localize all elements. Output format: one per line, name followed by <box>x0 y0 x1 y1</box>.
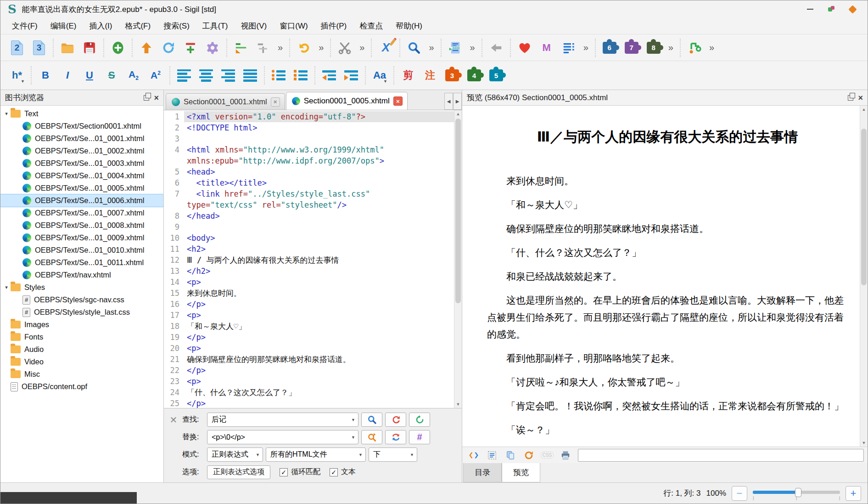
close-panel-icon[interactable]: × <box>154 94 159 102</box>
add-existing-file-button[interactable] <box>109 39 127 57</box>
window-minimize-button[interactable] <box>800 2 821 16</box>
subscript-button[interactable]: A2 <box>124 66 143 85</box>
find-next-button[interactable] <box>361 413 382 427</box>
tree-item-oebps-text-se-01-0006-xhtml[interactable]: OEBPS/Text/Se...01_0006.xhtml <box>0 194 163 207</box>
dock-tab-预览[interactable]: 预览 <box>502 463 540 482</box>
overflow-chevron-icon[interactable]: » <box>358 42 366 53</box>
menu-item-help[interactable]: 帮助(H) <box>390 18 428 34</box>
overflow-chevron-icon[interactable]: » <box>707 42 716 53</box>
open-file-button[interactable] <box>58 39 77 57</box>
tree-item-video[interactable]: Video <box>0 356 163 368</box>
text-checkbox[interactable]: ✓ 文本 <box>330 467 356 477</box>
expand-arrow-icon[interactable]: ▾ <box>3 284 10 290</box>
count-all-button[interactable] <box>409 413 430 427</box>
overflow-chevron-icon[interactable]: » <box>582 42 590 53</box>
cut-button[interactable] <box>336 39 354 57</box>
scroll-thumb[interactable] <box>455 119 461 303</box>
scroll-down-icon[interactable]: ▼ <box>454 401 462 408</box>
search-direction-select[interactable]: 下 ▼ <box>369 447 417 462</box>
insert-split-marker-button[interactable] <box>254 39 272 57</box>
bold-button[interactable]: B <box>36 66 55 85</box>
plugin-5-button[interactable]: 5 <box>487 66 505 85</box>
replace-input[interactable]: <p>\0</p> ▼ <box>207 430 358 444</box>
mark-selection-button[interactable] <box>446 39 465 57</box>
print-icon[interactable] <box>560 449 571 461</box>
scroll-up-icon[interactable]: ▲ <box>860 106 868 113</box>
tree-item-misc[interactable]: Misc <box>0 368 163 380</box>
plugin-3-button[interactable]: 3 <box>443 66 461 85</box>
preview-scrollbar[interactable]: ▲ ▼ <box>860 106 868 447</box>
underline-button[interactable]: U <box>80 66 99 85</box>
menu-item-window[interactable]: 窗口(W) <box>274 18 314 34</box>
zoom-in-button[interactable]: + <box>846 486 861 501</box>
insert-special-button[interactable] <box>181 39 200 57</box>
plugin-m-button[interactable]: M <box>538 39 556 57</box>
count-occurrences-button[interactable]: # <box>409 430 430 444</box>
editor-tab-0[interactable]: Section0001_0001.xhtml× <box>166 93 285 110</box>
favorite-plugin-button[interactable] <box>515 39 534 57</box>
scroll-thumb[interactable] <box>861 129 867 285</box>
metadata-list-button[interactable] <box>560 39 578 57</box>
tree-item-oebps-text-se-01-0011-xhtml[interactable]: OEBPS/Text/Se...01_0011.xhtml <box>0 256 163 269</box>
align-center-button[interactable] <box>197 66 215 85</box>
menu-item-file[interactable]: 文件(F) <box>6 18 44 34</box>
select-all-icon[interactable] <box>486 449 498 461</box>
overflow-chevron-icon[interactable]: » <box>427 42 436 53</box>
overflow-chevron-icon[interactable]: » <box>666 42 675 53</box>
new-epub3-button[interactable]: 3 <box>30 39 48 57</box>
replace-current-button[interactable] <box>385 413 406 427</box>
float-panel-icon[interactable] <box>848 95 853 101</box>
replace-all-button[interactable] <box>385 430 406 444</box>
tree-item-oebps-styles-sgc-nav-css[interactable]: #OEBPS/Styles/sgc-nav.css <box>0 294 163 306</box>
menu-item-search[interactable]: 搜索(S) <box>157 18 196 34</box>
find-close-button[interactable]: ✕ <box>168 414 179 425</box>
search-mode-select[interactable]: 正则表达式 ▼ <box>207 447 263 462</box>
menu-item-tools[interactable]: 工具(T) <box>196 18 234 34</box>
tree-item-oebps-text-se-01-0010-xhtml[interactable]: OEBPS/Text/Se...01_0010.xhtml <box>0 244 163 256</box>
close-panel-icon[interactable]: × <box>858 94 863 102</box>
tree-item-oebps-text-se-01-0008-xhtml[interactable]: OEBPS/Text/Se...01_0008.xhtml <box>0 219 163 232</box>
tree-item-oebps-text-se-01-0007-xhtml[interactable]: OEBPS/Text/Se...01_0007.xhtml <box>0 207 163 219</box>
tree-item-oebps-content-opf[interactable]: OEBPS/content.opf <box>0 380 163 393</box>
tree-item-oebps-text-se-01-0003-xhtml[interactable]: OEBPS/Text/Se...01_0003.xhtml <box>0 157 163 170</box>
overflow-chevron-icon[interactable]: » <box>317 42 325 53</box>
tree-item-styles[interactable]: ▾Styles <box>0 281 163 294</box>
tree-item-oebps-text-se-01-0001-xhtml[interactable]: OEBPS/Text/Se...01_0001.xhtml <box>0 132 163 145</box>
plugin-6-button[interactable]: 6 <box>600 39 619 57</box>
undo-button[interactable] <box>295 39 313 57</box>
spellcheck-button[interactable]: X <box>376 39 395 57</box>
inspect-code-icon[interactable] <box>468 449 480 461</box>
run-checkpoint-button[interactable] <box>685 39 704 57</box>
zoom-slider[interactable]: ||| <box>753 487 840 500</box>
upgrade-epub-button[interactable] <box>137 39 156 57</box>
tree-item-oebps-text-se-01-0002-xhtml[interactable]: OEBPS/Text/Se...01_0002.xhtml <box>0 145 163 157</box>
numbered-list-button[interactable] <box>291 66 310 85</box>
overflow-chevron-icon[interactable]: » <box>468 42 477 53</box>
code-scrollbar[interactable]: ▲ ▼ <box>454 110 462 408</box>
tree-item-oebps-text-section0001-xhtml[interactable]: OEBPS/Text/Section0001.xhtml <box>0 120 163 132</box>
tree-item-text[interactable]: ▾Text <box>0 108 163 120</box>
replace-find-button[interactable] <box>361 430 382 444</box>
overflow-chevron-icon[interactable]: » <box>276 42 285 53</box>
tab-scroll-left-icon[interactable]: ◀ <box>444 93 453 110</box>
float-panel-icon[interactable] <box>144 95 149 101</box>
tree-item-oebps-text-nav-xhtml[interactable]: OEBPS/Text/nav.xhtml <box>0 269 163 281</box>
tree-item-oebps-text-se-01-0005-xhtml[interactable]: OEBPS/Text/Se...01_0005.xhtml <box>0 182 163 194</box>
zoom-out-button[interactable]: − <box>732 486 747 501</box>
wrap-checkbox[interactable]: ✓ 循环匹配 <box>280 467 320 477</box>
find-replace-button[interactable] <box>405 39 423 57</box>
refresh-preview-icon[interactable] <box>523 449 535 461</box>
copy-icon[interactable] <box>504 449 516 461</box>
menu-item-checkpoint[interactable]: 检查点 <box>353 18 389 34</box>
plugin-4-button[interactable]: 4 <box>465 66 483 85</box>
new-epub2-button[interactable]: 2 <box>8 39 26 57</box>
outdent-button[interactable] <box>320 66 338 85</box>
back-button[interactable] <box>487 39 505 57</box>
menu-item-edit[interactable]: 编辑(E) <box>45 18 83 34</box>
regex-options-button[interactable]: 正则表达式选项 <box>207 465 270 479</box>
superscript-button[interactable]: A2 <box>146 66 165 85</box>
heading-style-button[interactable]: h*▼ <box>8 66 26 85</box>
menu-item-view[interactable]: 视图(V) <box>235 18 273 34</box>
change-case-button[interactable]: Aa▼ <box>370 66 389 85</box>
tree-item-oebps-text-se-01-0009-xhtml[interactable]: OEBPS/Text/Se...01_0009.xhtml <box>0 232 163 244</box>
